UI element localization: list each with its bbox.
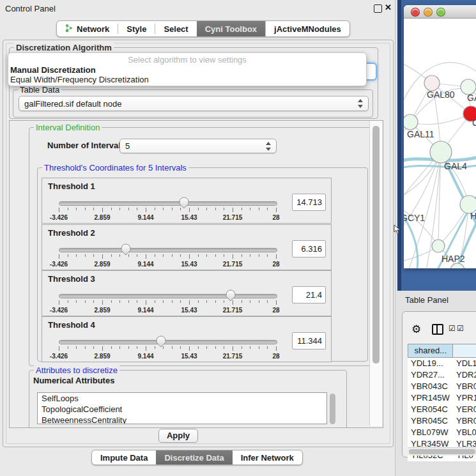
split-columns-icon[interactable]: [432, 324, 443, 335]
thresholds-group: Threshold's Coordinates for 5 Intervals …: [37, 167, 368, 362]
apply-button[interactable]: Apply: [158, 429, 198, 443]
number-of-intervals-combobox[interactable]: 5: [119, 139, 277, 153]
close-traffic-light-icon[interactable]: [411, 8, 420, 17]
table-row[interactable]: YBR043CYBR0: [408, 381, 476, 392]
slider-track[interactable]: [59, 248, 277, 252]
threshold-2-panel: Threshold 2 -3.4262.8599.14415.4321.7152…: [42, 224, 332, 270]
attribute-list-item[interactable]: BetweennessCentrality: [38, 415, 326, 424]
numerical-attributes-list[interactable]: SelfLoopsTopologicalCoefficientBetweenne…: [37, 392, 327, 424]
slider-track[interactable]: [59, 201, 277, 206]
table-hscrollbar-thumb[interactable]: [409, 449, 475, 454]
table-row[interactable]: YBR045CYBR0: [408, 415, 476, 427]
slider-tick: [59, 254, 59, 259]
tab-select[interactable]: Select: [155, 21, 196, 36]
network-node[interactable]: [424, 75, 440, 91]
close-icon[interactable]: ✕: [385, 3, 392, 12]
network-window-titlebar[interactable]: [404, 5, 476, 19]
slider-tick: [259, 346, 259, 349]
list-scrollbar-thumb[interactable]: [330, 394, 335, 424]
float-window-icon[interactable]: [374, 4, 382, 13]
gear-icon[interactable]: ⚙: [411, 323, 421, 335]
slider-tick: [68, 346, 68, 349]
combobox-stepper-icon: [265, 142, 271, 151]
network-node[interactable]: [430, 141, 452, 163]
slider-tick-label: 2.859: [94, 214, 110, 221]
slider-track[interactable]: [59, 340, 277, 344]
slider-handle-icon[interactable]: [156, 335, 166, 348]
dropdown-option-equal-width[interactable]: Equal Width/Frequency Discretization: [10, 75, 362, 85]
tab-label: Discretize Data: [164, 453, 224, 463]
threshold-3-slider[interactable]: -3.4262.8599.14415.4321.71528: [59, 291, 276, 314]
slider-tick: [215, 346, 216, 349]
column-header-shared[interactable]: shared...: [408, 344, 452, 357]
tab-impute-data[interactable]: Impute Data: [92, 450, 156, 464]
settings-scrollbar-thumb[interactable]: [372, 126, 380, 364]
slider-tick: [111, 346, 112, 349]
slider-tick-label: 21.715: [223, 261, 243, 268]
table-data-combobox[interactable]: galFiltered.sif default node: [19, 96, 369, 111]
threshold-label: Threshold 4: [48, 320, 95, 330]
slider-handle-icon[interactable]: [179, 197, 189, 209]
network-node[interactable]: [404, 114, 418, 130]
table-panel-box: ⚙ ☑ ☑ shared... na YDL19...YDL1YDR27...Y…: [402, 311, 476, 457]
tab-infer-network[interactable]: Infer Network: [233, 450, 302, 464]
slider-tick: [198, 254, 199, 257]
threshold-4-value-field[interactable]: 11.344: [292, 332, 326, 349]
network-node[interactable]: [432, 240, 445, 252]
tab-cyni-toolbox[interactable]: Cyni Toolbox: [197, 21, 265, 36]
threshold-4-slider[interactable]: -3.4262.8599.14415.4321.71528: [59, 337, 276, 360]
threshold-3-value-field[interactable]: 21.4: [292, 286, 326, 303]
slider-handle-icon[interactable]: [121, 243, 131, 256]
slider-tick: [172, 300, 173, 303]
slider-tick: [276, 300, 277, 305]
slider-track[interactable]: [59, 294, 277, 298]
slider-tick-label: 28: [272, 214, 279, 221]
zoom-traffic-light-icon[interactable]: [436, 8, 445, 17]
slider-tick: [206, 208, 207, 210]
table-data-group: Table Data galFiltered.sif default node: [13, 89, 373, 118]
slider-tick: [250, 254, 250, 257]
number-of-intervals-label: Number of Intervals: [47, 141, 125, 150]
network-canvas[interactable]: GAL80GACGAL11GAL4GCY1HHAP2: [404, 19, 476, 268]
checkbox-icon[interactable]: ☑: [449, 324, 456, 333]
threshold-1-slider[interactable]: -3.4262.8599.14415.4321.71528: [59, 199, 276, 222]
network-view-frame-edge: [397, 0, 401, 291]
tab-label: Infer Network: [241, 453, 294, 463]
combobox-stepper-icon: [357, 99, 363, 108]
slider-tick: [172, 346, 173, 349]
tab-style[interactable]: Style: [118, 21, 155, 36]
table-hscrollbar[interactable]: [408, 447, 476, 456]
table-row[interactable]: YDR27...YDR2: [408, 369, 476, 381]
slider-tick-label: 2.859: [94, 307, 110, 314]
dropdown-hint-item[interactable]: Select algorithm to view settings: [8, 55, 366, 65]
slider-tick: [250, 300, 250, 303]
threshold-2-value-field[interactable]: 6.316: [292, 240, 326, 257]
group-label: Threshold's Coordinates for 5 Intervals: [42, 163, 188, 173]
slider-tick-label: 9.144: [137, 353, 153, 360]
slider-tick-label: 9.144: [137, 261, 153, 268]
table-row[interactable]: YBL079WYBL0: [408, 427, 476, 438]
slider-tick: [215, 208, 216, 210]
settings-scrollbar[interactable]: [369, 121, 382, 426]
threshold-1-panel: Threshold 1 -3.4262.8599.14415.4321.7152…: [42, 178, 332, 224]
network-node[interactable]: [450, 263, 464, 268]
slider-tick: [180, 254, 181, 257]
minimize-traffic-light-icon[interactable]: [424, 8, 433, 17]
slider-tick-label: 15.43: [181, 214, 197, 221]
table-row[interactable]: YPR145WYPR1: [408, 392, 476, 404]
tab-network[interactable]: Network: [57, 21, 118, 36]
tab-label: Cyni Toolbox: [205, 24, 257, 34]
checkbox-icon[interactable]: ☑: [457, 324, 464, 333]
threshold-1-value-field[interactable]: 14.713: [292, 194, 326, 211]
table-row[interactable]: YDL19...YDL1: [408, 358, 476, 369]
threshold-2-slider[interactable]: -3.4262.8599.14415.4321.71528: [59, 245, 276, 268]
dropdown-option-manual-discretization[interactable]: Manual Discretization: [10, 65, 362, 75]
tab-discretize-data[interactable]: Discretize Data: [156, 450, 232, 464]
slider-handle-icon[interactable]: [226, 289, 236, 302]
table-row[interactable]: YER054CYER0: [408, 404, 476, 415]
attribute-list-item[interactable]: TopologicalCoefficient: [38, 404, 326, 415]
tab-jactivemnodules[interactable]: jActiveMNodules: [265, 21, 349, 36]
slider-tick: [224, 300, 224, 303]
column-header-name[interactable]: na: [452, 344, 476, 357]
attribute-list-item[interactable]: SelfLoops: [38, 393, 326, 404]
